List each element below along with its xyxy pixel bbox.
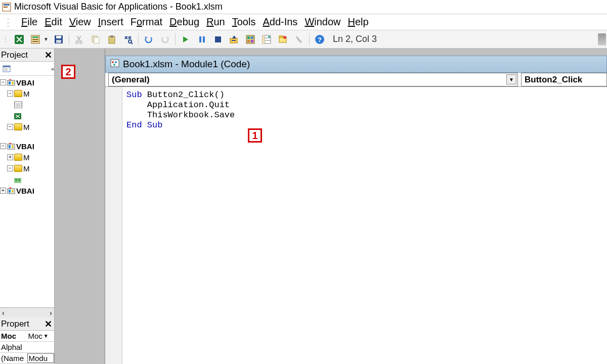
svg-rect-38: [3, 66, 10, 67]
menu-help[interactable]: Help: [348, 16, 369, 28]
svg-rect-1: [4, 4, 10, 6]
svg-rect-28: [251, 40, 253, 42]
object-browser-icon[interactable]: [276, 32, 290, 47]
svg-rect-9: [56, 36, 61, 38]
find-icon[interactable]: [121, 32, 135, 47]
svg-rect-14: [94, 37, 99, 43]
svg-rect-50: [9, 145, 11, 148]
tree-vba-project[interactable]: −VBAI: [0, 141, 54, 152]
svg-point-34: [283, 36, 286, 39]
help-icon[interactable]: ?: [313, 32, 327, 47]
project-panel-header: Project ✕: [0, 49, 54, 62]
properties-body: Moc Moc▼ Alphal (Name Modu: [0, 331, 54, 364]
svg-rect-16: [110, 35, 113, 37]
run-icon[interactable]: [179, 32, 193, 47]
tree-item[interactable]: [0, 99, 54, 110]
code-combo-row: (General) ▼ Button2_Click: [105, 73, 607, 87]
svg-line-18: [131, 42, 133, 44]
paste-icon[interactable]: [105, 32, 119, 47]
svg-text:?: ?: [318, 36, 322, 43]
tree-folder[interactable]: +M: [0, 152, 54, 163]
menu-addins[interactable]: Add-Ins: [263, 16, 297, 28]
left-panels: Project ✕ » −VBAI −M −M −VBAI +M −M +VBA…: [0, 49, 55, 364]
menu-edit[interactable]: Edit: [45, 16, 62, 28]
properties-panel-close[interactable]: ✕: [44, 318, 53, 330]
svg-rect-43: [12, 81, 14, 84]
project-tree-hscroll[interactable]: ‹›: [0, 307, 54, 317]
menu-file[interactable]: File: [21, 16, 37, 28]
stop-icon[interactable]: [211, 32, 225, 47]
properties-tab-row[interactable]: Alphal: [0, 342, 54, 353]
svg-rect-7: [32, 41, 38, 42]
tree-folder[interactable]: −M: [0, 88, 54, 99]
properties-panel-header: Propert ✕: [0, 317, 54, 331]
svg-point-61: [113, 64, 115, 66]
menu-tools[interactable]: Tools: [232, 16, 256, 28]
dropdown-caret-icon[interactable]: ▼: [506, 74, 516, 84]
project-panel-close[interactable]: ✕: [44, 50, 53, 61]
toolbar-overflow[interactable]: [598, 33, 606, 46]
excel-icon[interactable]: [12, 32, 26, 47]
design-mode-icon[interactable]: [227, 32, 241, 47]
project-panel-chevrons[interactable]: »: [51, 66, 53, 72]
menu-grip: ⋮: [3, 16, 13, 28]
svg-rect-26: [251, 36, 253, 39]
menu-format[interactable]: Format: [131, 16, 162, 28]
svg-rect-25: [247, 36, 250, 39]
svg-point-31: [268, 36, 270, 38]
menu-window[interactable]: Window: [305, 16, 340, 28]
window-title: Microsoft Visual Basic for Applications …: [14, 2, 223, 12]
svg-rect-52: [14, 178, 21, 183]
procedure-combo[interactable]: Button2_Click: [521, 73, 607, 86]
svg-rect-20: [203, 36, 205, 42]
tree-vba-project[interactable]: +VBAI: [0, 185, 54, 196]
menu-view[interactable]: View: [69, 16, 91, 28]
menu-run[interactable]: Run: [206, 16, 225, 28]
tree-folder[interactable]: −M: [0, 163, 54, 174]
form-icon[interactable]: [28, 32, 42, 47]
project-tree[interactable]: −VBAI −M −M −VBAI +M −M +VBAI: [0, 76, 54, 307]
svg-rect-30: [263, 35, 265, 43]
toolbar-grip: ⋮: [2, 35, 9, 43]
svg-point-12: [79, 41, 82, 43]
title-bar: Microsoft Visual Basic for Applications …: [0, 0, 607, 14]
copy-icon[interactable]: [89, 32, 103, 47]
toolbox-icon[interactable]: [292, 32, 306, 47]
tree-item[interactable]: [0, 174, 54, 185]
dropdown-caret[interactable]: ▼: [44, 36, 49, 42]
tree-vba-project[interactable]: −VBAI: [0, 77, 54, 88]
svg-rect-51: [12, 145, 14, 148]
undo-icon[interactable]: [142, 32, 156, 47]
pause-icon[interactable]: [195, 32, 209, 47]
svg-rect-10: [56, 40, 61, 43]
svg-point-53: [15, 179, 17, 181]
dropdown-caret-icon[interactable]: ▼: [42, 333, 50, 339]
code-text[interactable]: Sub Button2_Click() Application.Quit Thi…: [122, 87, 607, 364]
properties-object-selector[interactable]: Moc Moc▼: [0, 331, 54, 342]
svg-rect-23: [232, 40, 236, 41]
project-explorer-icon[interactable]: [243, 32, 257, 47]
view-code-icon[interactable]: [1, 63, 12, 74]
svg-point-54: [18, 179, 20, 181]
svg-rect-5: [32, 36, 38, 38]
code-window-titlebar[interactable]: Book1.xlsm - Module1 (Code): [105, 56, 607, 73]
tree-folder[interactable]: −M: [0, 121, 54, 132]
save-icon[interactable]: [52, 32, 66, 47]
code-editor[interactable]: Sub Button2_Click() Application.Quit Thi…: [105, 87, 607, 364]
menu-debug[interactable]: Debug: [169, 16, 199, 28]
code-margin: [105, 87, 122, 364]
svg-rect-56: [9, 190, 11, 193]
menu-bar: ⋮ File Edit View Insert Format Debug Run…: [0, 14, 607, 30]
svg-rect-33: [279, 36, 283, 37]
menu-insert[interactable]: Insert: [98, 16, 123, 28]
object-combo[interactable]: (General) ▼: [108, 73, 518, 86]
svg-rect-58: [111, 60, 119, 67]
properties-name-row[interactable]: (Name Modu: [0, 353, 54, 364]
svg-rect-19: [199, 36, 201, 42]
redo-icon[interactable]: [158, 32, 172, 47]
code-window: Book1.xlsm - Module1 (Code) (General) ▼ …: [105, 49, 607, 364]
tree-item[interactable]: [0, 110, 54, 121]
cut-icon[interactable]: [72, 32, 86, 47]
toolbar: ⋮ ▼ ? Ln 2, Col 3: [0, 30, 607, 49]
properties-icon[interactable]: [259, 32, 274, 47]
